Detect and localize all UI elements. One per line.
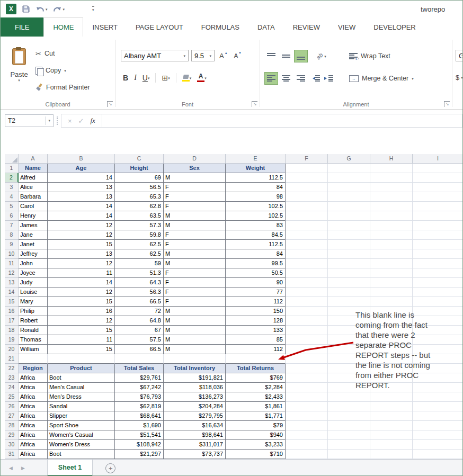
cell-D29[interactable]: $98,641 [164,430,226,440]
cell-E28[interactable]: $79 [226,421,286,430]
row-header-1[interactable]: 1 [5,164,19,173]
cell-D23[interactable]: $191,821 [164,373,226,383]
bold-button[interactable]: B [121,72,130,84]
cell-I30[interactable] [413,440,463,450]
row-header-18[interactable]: 18 [5,326,19,335]
cell-C4[interactable]: 65.3 [115,192,164,202]
cell-B8[interactable]: 12 [48,230,115,240]
font-dialog-launcher-icon[interactable]: ↘ [252,101,257,107]
cell-E9[interactable]: 112.5 [226,240,286,249]
tab-formulas[interactable]: FORMULAS [192,17,248,37]
clipboard-dialog-launcher-icon[interactable]: ↘ [107,101,113,107]
tab-home[interactable]: HOME [43,17,83,37]
cell-I15[interactable] [413,297,463,307]
cell-G30[interactable] [328,440,370,450]
cell-C3[interactable]: 56.5 [115,183,164,192]
cell-A27[interactable]: Africa [19,411,48,421]
cell-B29[interactable]: Women's Casual [48,430,115,440]
cell-A31[interactable]: Africa [19,450,48,459]
format-painter-button[interactable]: Format Painter [35,82,90,93]
cell-G6[interactable] [328,211,370,221]
cell-F15[interactable] [286,297,328,307]
cell-F8[interactable] [286,230,328,240]
cell-D3[interactable]: F [164,183,226,192]
cell-F13[interactable] [286,278,328,288]
fill-color-dropdown-icon[interactable]: ▾ [190,76,192,80]
cell-E1[interactable]: Weight [226,164,286,173]
cell-D5[interactable]: F [164,202,226,211]
cell-F28[interactable] [286,421,328,430]
row-header-21[interactable]: 21 [5,354,19,364]
cell-D11[interactable]: M [164,259,226,268]
cell-D30[interactable]: $311,017 [164,440,226,450]
cell-E4[interactable]: 98 [226,192,286,202]
column-header-F[interactable]: F [286,154,328,164]
qat-customize-button[interactable]: ▾ [92,6,94,12]
cell-B31[interactable]: Boot [48,450,115,459]
cell-B12[interactable]: 11 [48,268,115,278]
row-header-4[interactable]: 4 [5,192,19,202]
name-box[interactable]: T2 ▾ [5,114,54,127]
currency-dropdown-icon[interactable]: ▾ [461,76,463,79]
cell-E24[interactable]: $2,284 [226,383,286,392]
cell-D26[interactable]: $204,284 [164,402,226,411]
orientation-button[interactable]: ab ▾ [316,53,326,59]
cell-D21[interactable] [164,354,226,364]
cell-B24[interactable]: Men's Casual [48,383,115,392]
font-name-combo[interactable]: Albany AMT ▾ [121,50,189,61]
cell-E30[interactable]: $3,233 [226,440,286,450]
column-header-I[interactable]: I [413,154,463,164]
cell-E25[interactable]: $2,433 [226,392,286,402]
formula-input[interactable] [102,114,462,128]
cell-A23[interactable]: Africa [19,373,48,383]
cell-A24[interactable]: Africa [19,383,48,392]
cell-I6[interactable] [413,211,463,221]
row-header-12[interactable]: 12 [5,268,19,278]
font-name-dropdown-icon[interactable]: ▾ [180,54,185,58]
cell-D17[interactable]: M [164,316,226,326]
cell-H31[interactable] [370,450,413,459]
cell-C30[interactable]: $108,942 [115,440,164,450]
cell-E3[interactable]: 84 [226,183,286,192]
cell-B14[interactable]: 12 [48,288,115,297]
cell-G7[interactable] [328,221,370,230]
cell-E6[interactable]: 102.5 [226,211,286,221]
cell-A21[interactable] [19,354,48,364]
row-header-25[interactable]: 25 [5,392,19,402]
wrap-text-button[interactable]: ↩ Wrap Text [349,50,390,62]
cell-F31[interactable] [286,450,328,459]
cell-D25[interactable]: $136,273 [164,392,226,402]
cell-C28[interactable]: $1,690 [115,421,164,430]
cell-F7[interactable] [286,221,328,230]
cell-A26[interactable]: Africa [19,402,48,411]
cell-C6[interactable]: 63.5 [115,211,164,221]
cell-H5[interactable] [370,202,413,211]
cell-F3[interactable] [286,183,328,192]
cell-I11[interactable] [413,259,463,268]
cell-C26[interactable]: $62,819 [115,402,164,411]
cell-D4[interactable]: F [164,192,226,202]
cell-G12[interactable] [328,268,370,278]
row-header-16[interactable]: 16 [5,307,19,316]
copy-button[interactable]: Copy ▾ [35,65,90,76]
cell-G1[interactable] [328,164,370,173]
paste-dropdown-icon[interactable]: ▾ [18,78,20,82]
cell-G27[interactable] [328,411,370,421]
cell-C19[interactable]: 57.5 [115,335,164,345]
cell-F12[interactable] [286,268,328,278]
cell-A8[interactable]: Jane [19,230,48,240]
cell-B4[interactable]: 13 [48,192,115,202]
row-header-13[interactable]: 13 [5,278,19,288]
cell-B18[interactable]: 15 [48,326,115,335]
cell-D1[interactable]: Sex [164,164,226,173]
cell-F29[interactable] [286,430,328,440]
row-header-9[interactable]: 9 [5,240,19,249]
cell-C18[interactable]: 67 [115,326,164,335]
copy-dropdown-icon[interactable]: ▾ [64,69,66,73]
cell-F27[interactable] [286,411,328,421]
cell-E18[interactable]: 133 [226,326,286,335]
cell-A30[interactable]: Africa [19,440,48,450]
cell-G31[interactable] [328,450,370,459]
cell-G14[interactable] [328,288,370,297]
cell-B22[interactable]: Product [48,364,115,373]
